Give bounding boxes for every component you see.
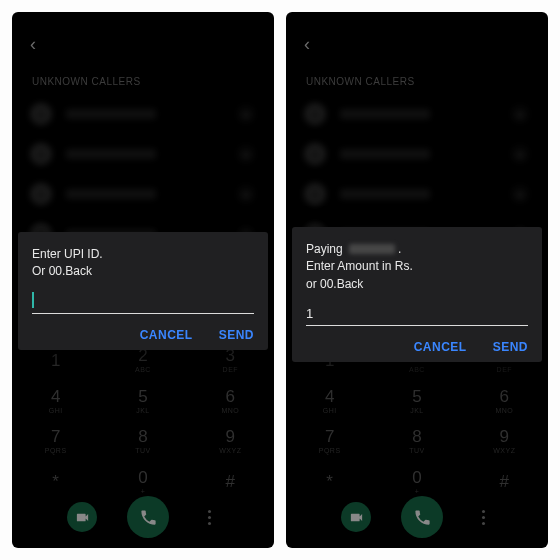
dialog-message: Paying . Enter Amount in Rs. or 00.Back <box>306 241 528 293</box>
send-button[interactable]: SEND <box>493 340 528 354</box>
video-call-button[interactable] <box>341 502 371 532</box>
key-4[interactable]: 4GHI <box>286 381 373 422</box>
video-call-button[interactable] <box>67 502 97 532</box>
cancel-button[interactable]: CANCEL <box>140 328 193 342</box>
amount-dialog: Paying . Enter Amount in Rs. or 00.Back … <box>292 227 542 362</box>
list-item <box>286 94 548 134</box>
section-header: UNKNOWN CALLERS <box>306 76 415 87</box>
key-4[interactable]: 4GHI <box>12 381 99 422</box>
key-8[interactable]: 8TUV <box>99 421 186 462</box>
dialog-line: . <box>398 242 401 256</box>
phone-screen-right: ‹ UNKNOWN CALLERS Paying . Enter Amount … <box>286 12 548 548</box>
key-9[interactable]: 9WXYZ <box>187 421 274 462</box>
bottom-bar <box>286 494 548 540</box>
back-icon[interactable]: ‹ <box>304 34 310 55</box>
avatar-icon <box>30 143 52 165</box>
video-icon <box>512 106 528 122</box>
avatar-icon <box>30 103 52 125</box>
video-icon <box>238 146 254 162</box>
cancel-button[interactable]: CANCEL <box>414 340 467 354</box>
send-button[interactable]: SEND <box>219 328 254 342</box>
dial-keypad: 12ABC3DEF4GHI5JKL6MNO7PQRS8TUV9WXYZ*0+# <box>286 340 548 502</box>
dialog-line: Enter UPI ID. <box>32 247 103 261</box>
avatar-icon <box>30 183 52 205</box>
dial-keypad: 12ABC3DEF4GHI5JKL6MNO7PQRS8TUV9WXYZ*0+# <box>12 340 274 502</box>
video-icon <box>512 146 528 162</box>
upi-id-input[interactable] <box>32 291 254 314</box>
amount-input[interactable] <box>306 303 528 326</box>
dialog-line: or 00.Back <box>306 277 363 291</box>
dialog-line: Enter Amount in Rs. <box>306 259 413 273</box>
list-item <box>12 134 274 174</box>
key-5[interactable]: 5JKL <box>373 381 460 422</box>
back-icon[interactable]: ‹ <box>30 34 36 55</box>
call-button[interactable] <box>127 496 169 538</box>
dialog-message: Enter UPI ID. Or 00.Back <box>32 246 254 281</box>
video-icon <box>238 106 254 122</box>
call-button[interactable] <box>401 496 443 538</box>
dialog-line: Paying <box>306 242 343 256</box>
list-item <box>12 174 274 214</box>
phone-screen-left: ‹ UNKNOWN CALLERS September 2 Enter UPI … <box>12 12 274 548</box>
more-icon[interactable] <box>473 510 493 525</box>
video-icon <box>238 186 254 202</box>
bottom-bar <box>12 494 274 540</box>
key-6[interactable]: 6MNO <box>187 381 274 422</box>
dialog-line: Or 00.Back <box>32 264 92 278</box>
avatar-icon <box>304 183 326 205</box>
key-5[interactable]: 5JKL <box>99 381 186 422</box>
section-header: UNKNOWN CALLERS <box>32 76 141 87</box>
key-6[interactable]: 6MNO <box>461 381 548 422</box>
video-icon <box>512 186 528 202</box>
upi-id-dialog: Enter UPI ID. Or 00.Back CANCEL SEND <box>18 232 268 350</box>
key-9[interactable]: 9WXYZ <box>461 421 548 462</box>
more-icon[interactable] <box>199 510 219 525</box>
avatar-icon <box>304 103 326 125</box>
list-item <box>12 94 274 134</box>
list-item <box>286 134 548 174</box>
avatar-icon <box>304 143 326 165</box>
key-7[interactable]: 7PQRS <box>12 421 99 462</box>
key-7[interactable]: 7PQRS <box>286 421 373 462</box>
text-cursor <box>32 292 34 308</box>
payee-redacted <box>349 244 395 254</box>
list-item <box>286 174 548 214</box>
key-8[interactable]: 8TUV <box>373 421 460 462</box>
